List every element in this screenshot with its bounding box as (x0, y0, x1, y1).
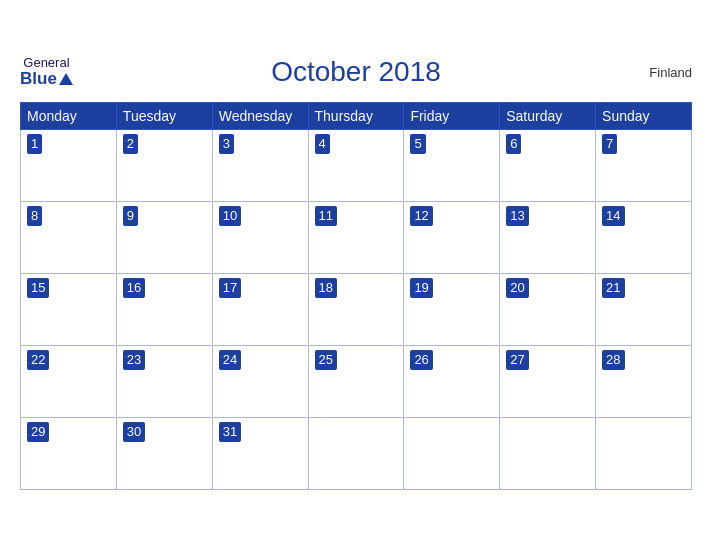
day-number: 25 (315, 350, 337, 370)
weekday-header-row: MondayTuesdayWednesdayThursdayFridaySatu… (21, 103, 692, 130)
weekday-header-saturday: Saturday (500, 103, 596, 130)
day-number: 8 (27, 206, 42, 226)
day-number: 26 (410, 350, 432, 370)
calendar-cell: 16 (116, 274, 212, 346)
calendar-cell: 18 (308, 274, 404, 346)
calendar-week-row-3: 15161718192021 (21, 274, 692, 346)
calendar-cell: 29 (21, 418, 117, 490)
weekday-header-thursday: Thursday (308, 103, 404, 130)
day-number: 24 (219, 350, 241, 370)
day-number: 11 (315, 206, 337, 226)
calendar-cell: 2 (116, 130, 212, 202)
calendar-cell: 12 (404, 202, 500, 274)
day-number: 2 (123, 134, 138, 154)
calendar-week-row-1: 1234567 (21, 130, 692, 202)
calendar-cell: 13 (500, 202, 596, 274)
calendar-cell (308, 418, 404, 490)
day-number: 22 (27, 350, 49, 370)
logo-triangle-icon (59, 73, 73, 85)
day-number: 4 (315, 134, 330, 154)
weekday-header-friday: Friday (404, 103, 500, 130)
calendar-cell: 20 (500, 274, 596, 346)
day-number: 5 (410, 134, 425, 154)
day-number: 9 (123, 206, 138, 226)
calendar-week-row-4: 22232425262728 (21, 346, 692, 418)
calendar-cell: 15 (21, 274, 117, 346)
day-number: 18 (315, 278, 337, 298)
logo-area: General Blue (20, 56, 73, 89)
day-number: 19 (410, 278, 432, 298)
calendar-cell: 11 (308, 202, 404, 274)
calendar-cell (500, 418, 596, 490)
calendar-cell (596, 418, 692, 490)
day-number: 3 (219, 134, 234, 154)
calendar-cell: 22 (21, 346, 117, 418)
day-number: 17 (219, 278, 241, 298)
calendar-title: October 2018 (271, 56, 441, 88)
calendar-cell: 8 (21, 202, 117, 274)
day-number: 23 (123, 350, 145, 370)
calendar-cell: 25 (308, 346, 404, 418)
weekday-header-wednesday: Wednesday (212, 103, 308, 130)
day-number: 31 (219, 422, 241, 442)
calendar-cell: 17 (212, 274, 308, 346)
weekday-header-sunday: Sunday (596, 103, 692, 130)
calendar-cell: 4 (308, 130, 404, 202)
calendar-cell: 6 (500, 130, 596, 202)
calendar-cell: 7 (596, 130, 692, 202)
calendar-cell: 9 (116, 202, 212, 274)
weekday-header-tuesday: Tuesday (116, 103, 212, 130)
calendar-cell: 5 (404, 130, 500, 202)
day-number: 27 (506, 350, 528, 370)
country-label: Finland (649, 65, 692, 80)
calendar-cell: 26 (404, 346, 500, 418)
calendar-cell: 27 (500, 346, 596, 418)
calendar-cell: 14 (596, 202, 692, 274)
calendar-cell: 1 (21, 130, 117, 202)
weekday-header-monday: Monday (21, 103, 117, 130)
calendar-table: MondayTuesdayWednesdayThursdayFridaySatu… (20, 102, 692, 490)
calendar-cell: 19 (404, 274, 500, 346)
day-number: 1 (27, 134, 42, 154)
calendar-cell: 31 (212, 418, 308, 490)
day-number: 12 (410, 206, 432, 226)
day-number: 7 (602, 134, 617, 154)
calendar-wrapper: General Blue October 2018 Finland Monday… (0, 40, 712, 510)
calendar-header: General Blue October 2018 Finland (20, 50, 692, 94)
calendar-cell (404, 418, 500, 490)
calendar-cell: 23 (116, 346, 212, 418)
day-number: 21 (602, 278, 624, 298)
day-number: 29 (27, 422, 49, 442)
day-number: 14 (602, 206, 624, 226)
calendar-week-row-2: 891011121314 (21, 202, 692, 274)
day-number: 13 (506, 206, 528, 226)
calendar-cell: 3 (212, 130, 308, 202)
day-number: 16 (123, 278, 145, 298)
day-number: 28 (602, 350, 624, 370)
logo-general-text: General (23, 56, 69, 70)
day-number: 20 (506, 278, 528, 298)
day-number: 6 (506, 134, 521, 154)
logo-blue-text: Blue (20, 70, 57, 89)
day-number: 30 (123, 422, 145, 442)
calendar-cell: 10 (212, 202, 308, 274)
calendar-cell: 30 (116, 418, 212, 490)
day-number: 15 (27, 278, 49, 298)
calendar-cell: 24 (212, 346, 308, 418)
calendar-week-row-5: 293031 (21, 418, 692, 490)
day-number: 10 (219, 206, 241, 226)
calendar-cell: 21 (596, 274, 692, 346)
calendar-cell: 28 (596, 346, 692, 418)
